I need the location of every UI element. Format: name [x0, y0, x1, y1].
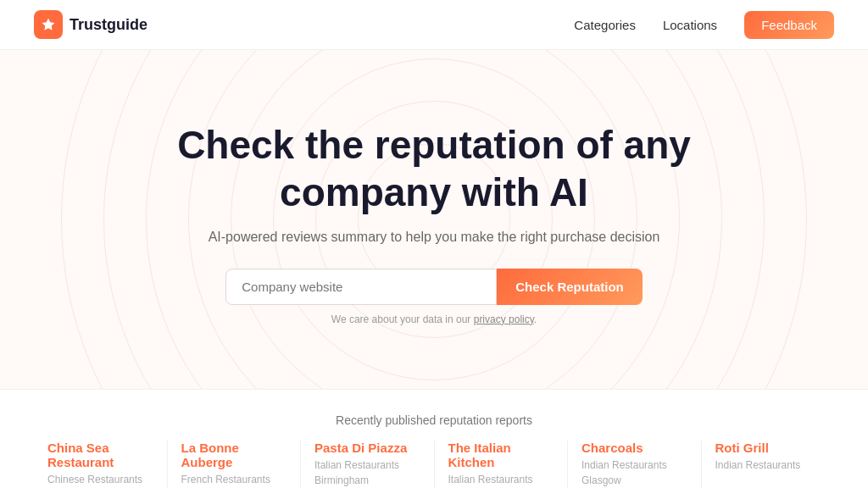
- privacy-policy-link[interactable]: privacy policy: [474, 313, 534, 325]
- nav-categories[interactable]: Categories: [574, 18, 636, 32]
- header: Trustguide Categories Locations Feedback: [0, 0, 868, 50]
- recent-item-sub: Indian Restaurants: [715, 459, 801, 471]
- privacy-suffix: .: [534, 313, 537, 325]
- logo: Trustguide: [34, 10, 147, 39]
- recent-item-sub: French Restaurants Glasgow: [181, 474, 270, 488]
- search-area: Check Reputation: [225, 269, 643, 305]
- privacy-text: We care about your data in our: [331, 313, 474, 325]
- recent-item[interactable]: La Bonne Auberge French Restaurants Glas…: [168, 441, 302, 488]
- circle-3: [273, 58, 595, 380]
- recent-item-name: Pasta Di Piazza: [314, 441, 420, 455]
- svg-marker-0: [42, 19, 55, 30]
- circle-6: [146, 50, 722, 389]
- recent-item[interactable]: Roti Grill Indian Restaurants: [702, 441, 835, 488]
- recent-item-sub: Indian Restaurants Glasgow: [581, 459, 667, 486]
- nav-locations[interactable]: Locations: [663, 18, 717, 32]
- logo-icon: [34, 10, 63, 39]
- feedback-button[interactable]: Feedback: [744, 11, 834, 39]
- recent-item[interactable]: The Italian Kitchen Italian Restaurants …: [435, 441, 569, 488]
- check-reputation-button[interactable]: Check Reputation: [497, 269, 643, 305]
- recent-item-name: The Italian Kitchen: [448, 441, 554, 469]
- recent-item[interactable]: Pasta Di Piazza Italian Restaurants Birm…: [301, 441, 435, 488]
- hero-subtitle: AI-powered reviews summary to help you m…: [209, 230, 660, 245]
- recent-item[interactable]: China Sea Restaurant Chinese Restaurants…: [34, 441, 168, 488]
- circle-5: [188, 50, 680, 389]
- circle-7: [103, 50, 765, 389]
- recent-item-sub: Italian Restaurants Birmingham: [314, 459, 399, 486]
- circles-background: [53, 50, 815, 389]
- recent-item-name: Charcoals: [581, 441, 687, 455]
- privacy-note: We care about your data in our privacy p…: [331, 313, 537, 325]
- logo-text: Trustguide: [70, 16, 147, 34]
- search-input[interactable]: [225, 269, 497, 305]
- recent-item-name: La Bonne Auberge: [181, 441, 287, 469]
- recent-item-sub: Italian Restaurants Glasgow: [448, 474, 533, 488]
- recent-item[interactable]: Charcoals Indian Restaurants Glasgow: [568, 441, 702, 488]
- hero-title: Check the reputation of any company with…: [163, 122, 705, 215]
- main-nav: Categories Locations Feedback: [574, 11, 834, 39]
- hero-section: Check the reputation of any company with…: [0, 50, 868, 389]
- recent-item-name: Roti Grill: [715, 441, 821, 455]
- recent-item-sub: Chinese Restaurants Glasgow: [47, 474, 142, 488]
- recent-section: Recently published reputation reports Ch…: [0, 389, 868, 488]
- circle-8: [61, 50, 807, 389]
- recent-list: China Sea Restaurant Chinese Restaurants…: [34, 441, 834, 488]
- recent-title: Recently published reputation reports: [34, 413, 834, 427]
- recent-item-name: China Sea Restaurant: [47, 441, 153, 469]
- circle-4: [231, 50, 637, 389]
